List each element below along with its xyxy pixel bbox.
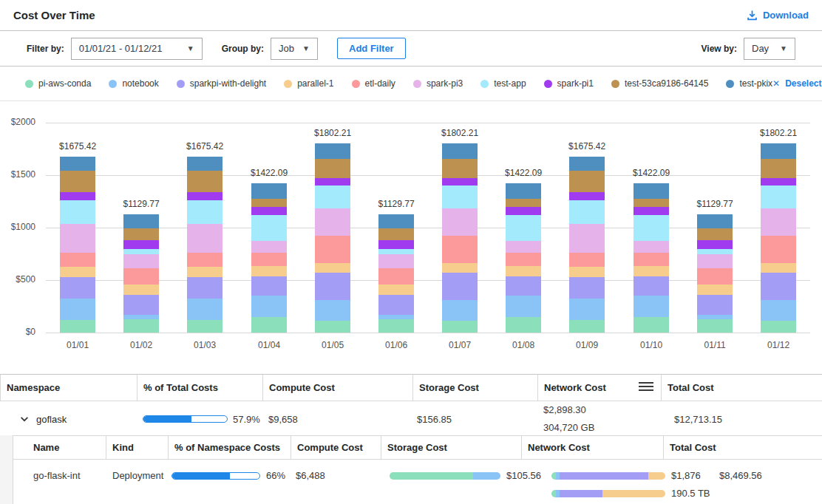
legend-item-parallel-1[interactable]: parallel-1 bbox=[284, 78, 333, 89]
bar-segment-pi-aws-conda[interactable] bbox=[506, 317, 541, 333]
bar-segment-spark-pi1[interactable] bbox=[187, 192, 223, 200]
bar-segment-sparkpi-with-delight[interactable] bbox=[315, 273, 350, 300]
bar-segment-parallel-1[interactable] bbox=[634, 266, 669, 276]
stacked-bar-01/07[interactable] bbox=[442, 143, 478, 333]
bar-segment-test-app[interactable] bbox=[697, 249, 733, 254]
legend-item-pi-aws-conda[interactable]: pi-aws-conda bbox=[25, 78, 91, 89]
bar-segment-spark-pi3[interactable] bbox=[442, 208, 478, 236]
bar-segment-spark-pi3[interactable] bbox=[506, 241, 541, 253]
bar-segment-test-pkix[interactable] bbox=[60, 157, 95, 171]
bar-segment-spark-pi1[interactable] bbox=[634, 207, 669, 214]
bar-segment-spark-pi1[interactable] bbox=[761, 178, 796, 186]
bar-segment-test-pkix[interactable] bbox=[761, 143, 796, 158]
bar-segment-sparkpi-with-delight[interactable] bbox=[60, 277, 95, 299]
bar-segment-parallel-1[interactable] bbox=[506, 266, 541, 276]
bar-segment-spark-pi3[interactable] bbox=[123, 254, 159, 268]
bar-segment-notebook[interactable] bbox=[442, 300, 478, 321]
bar-segment-pi-aws-conda[interactable] bbox=[442, 321, 478, 333]
legend-item-test-app[interactable]: test-app bbox=[480, 78, 526, 89]
legend-item-etl-daily[interactable]: etl-daily bbox=[352, 78, 395, 89]
bar-segment-notebook[interactable] bbox=[187, 299, 223, 320]
bar-segment-spark-pi1[interactable] bbox=[60, 192, 95, 200]
bar-segment-spark-pi3[interactable] bbox=[60, 224, 95, 253]
bar-segment-notebook[interactable] bbox=[315, 300, 350, 321]
bar-segment-pi-aws-conda[interactable] bbox=[251, 317, 287, 333]
bar-segment-test-pkix[interactable] bbox=[506, 183, 541, 199]
legend-item-spark-pi3[interactable]: spark-pi3 bbox=[413, 78, 463, 89]
column-header[interactable]: Storage Cost bbox=[381, 436, 521, 459]
bar-segment-pi-aws-conda[interactable] bbox=[569, 320, 605, 333]
bar-segment-etl-daily[interactable] bbox=[697, 268, 733, 285]
bar-segment-test-53ca9186-64145[interactable] bbox=[123, 228, 159, 241]
bar-segment-spark-pi1[interactable] bbox=[442, 178, 478, 186]
bar-segment-test-pkix[interactable] bbox=[187, 157, 223, 171]
bar-segment-sparkpi-with-delight[interactable] bbox=[187, 277, 223, 299]
bar-segment-pi-aws-conda[interactable] bbox=[378, 319, 414, 333]
bar-segment-notebook[interactable] bbox=[60, 299, 95, 320]
bar-segment-test-pkix[interactable] bbox=[378, 214, 414, 228]
bar-segment-test-53ca9186-64145[interactable] bbox=[697, 228, 733, 241]
bar-segment-etl-daily[interactable] bbox=[761, 236, 796, 263]
bar-segment-test-pkix[interactable] bbox=[315, 143, 350, 158]
bar-segment-test-app[interactable] bbox=[506, 215, 541, 241]
bar-segment-test-53ca9186-64145[interactable] bbox=[569, 171, 605, 193]
stacked-bar-01/06[interactable] bbox=[378, 214, 414, 333]
stacked-bar-01/08[interactable] bbox=[506, 183, 541, 333]
legend-item-sparkpi-with-delight[interactable]: sparkpi-with-delight bbox=[177, 78, 266, 89]
date-range-dropdown[interactable]: 01/01/21 - 01/12/21 ▼ bbox=[71, 38, 203, 60]
bar-segment-sparkpi-with-delight[interactable] bbox=[634, 276, 669, 296]
bar-segment-pi-aws-conda[interactable] bbox=[761, 321, 796, 333]
bar-segment-etl-daily[interactable] bbox=[634, 253, 669, 266]
stacked-bar-01/09[interactable] bbox=[569, 157, 605, 333]
column-header[interactable]: Kind bbox=[106, 436, 168, 459]
column-header[interactable]: % of Namespace Costs bbox=[168, 436, 291, 459]
bar-segment-spark-pi3[interactable] bbox=[569, 224, 605, 253]
bar-segment-etl-daily[interactable] bbox=[506, 253, 541, 266]
bar-segment-test-app[interactable] bbox=[123, 249, 159, 254]
bar-segment-notebook[interactable] bbox=[569, 299, 605, 320]
bar-segment-etl-daily[interactable] bbox=[442, 236, 478, 263]
legend-item-spark-pi1[interactable]: spark-pi1 bbox=[544, 78, 594, 89]
bar-segment-etl-daily[interactable] bbox=[315, 236, 350, 263]
bar-segment-test-app[interactable] bbox=[315, 185, 350, 208]
bar-segment-test-53ca9186-64145[interactable] bbox=[251, 199, 287, 207]
stacked-bar-01/05[interactable] bbox=[315, 143, 350, 333]
bar-segment-test-pkix[interactable] bbox=[697, 214, 733, 228]
bar-segment-etl-daily[interactable] bbox=[123, 268, 159, 285]
bar-segment-parallel-1[interactable] bbox=[251, 266, 287, 276]
bar-segment-pi-aws-conda[interactable] bbox=[315, 321, 350, 333]
bar-segment-spark-pi3[interactable] bbox=[697, 254, 733, 268]
bar-segment-notebook[interactable] bbox=[634, 296, 669, 317]
legend-item-test-pkix[interactable]: test-pkix bbox=[726, 78, 772, 89]
legend-item-notebook[interactable]: notebook bbox=[109, 78, 158, 89]
bar-segment-test-pkix[interactable] bbox=[634, 183, 669, 199]
bar-segment-test-pkix[interactable] bbox=[123, 214, 159, 228]
column-header[interactable]: Network Cost bbox=[537, 375, 661, 401]
bar-segment-sparkpi-with-delight[interactable] bbox=[697, 295, 733, 315]
bar-segment-test-app[interactable] bbox=[569, 200, 605, 224]
bar-segment-spark-pi1[interactable] bbox=[506, 207, 541, 214]
bar-segment-pi-aws-conda[interactable] bbox=[697, 319, 733, 333]
bar-segment-etl-daily[interactable] bbox=[187, 253, 223, 267]
bar-segment-spark-pi1[interactable] bbox=[315, 178, 350, 186]
bar-segment-parallel-1[interactable] bbox=[315, 263, 350, 273]
bar-segment-parallel-1[interactable] bbox=[761, 263, 796, 273]
legend-item-test-53ca9186-64145[interactable]: test-53ca9186-64145 bbox=[611, 78, 708, 89]
bar-segment-test-app[interactable] bbox=[187, 200, 223, 224]
column-header[interactable]: % of Total Costs bbox=[137, 375, 262, 401]
bar-segment-spark-pi3[interactable] bbox=[378, 254, 414, 268]
bar-segment-sparkpi-with-delight[interactable] bbox=[761, 273, 796, 300]
bar-segment-spark-pi3[interactable] bbox=[761, 208, 796, 236]
stacked-bar-01/03[interactable] bbox=[187, 157, 223, 333]
bar-segment-sparkpi-with-delight[interactable] bbox=[569, 277, 605, 299]
bar-segment-sparkpi-with-delight[interactable] bbox=[506, 276, 541, 296]
download-button[interactable]: Download bbox=[747, 10, 809, 21]
bar-segment-test-53ca9186-64145[interactable] bbox=[442, 159, 478, 178]
stacked-bar-01/12[interactable] bbox=[761, 143, 796, 333]
bar-segment-parallel-1[interactable] bbox=[123, 285, 159, 295]
bar-segment-test-53ca9186-64145[interactable] bbox=[315, 159, 350, 178]
bar-segment-test-pkix[interactable] bbox=[251, 183, 287, 199]
bar-segment-etl-daily[interactable] bbox=[569, 253, 605, 267]
stacked-bar-01/11[interactable] bbox=[697, 214, 733, 333]
bar-segment-test-app[interactable] bbox=[378, 249, 414, 254]
